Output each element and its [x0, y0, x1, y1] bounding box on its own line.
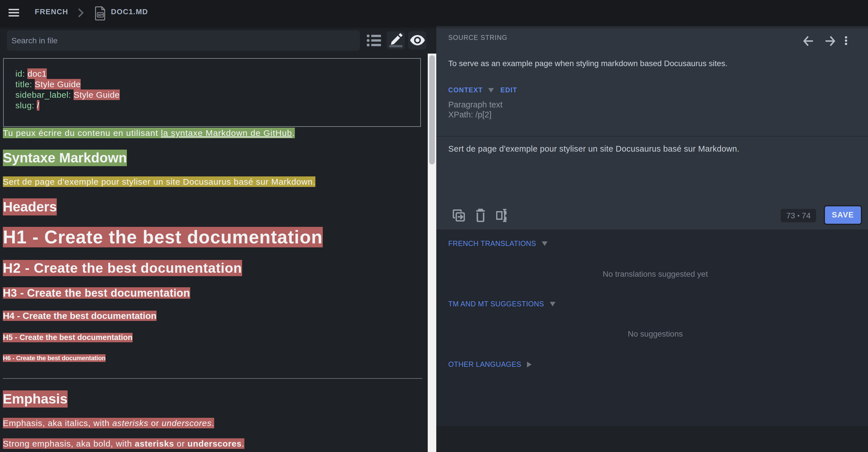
svg-text:M: M — [98, 13, 101, 17]
